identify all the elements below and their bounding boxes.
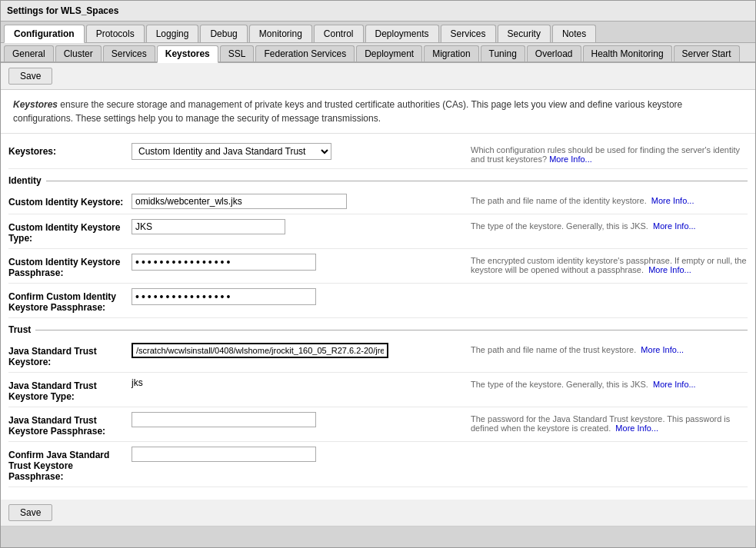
- subtab-tuning[interactable]: Tuning: [481, 45, 525, 61]
- tab-deployments[interactable]: Deployments: [365, 25, 439, 42]
- java-standard-trust-keystore-input[interactable]: [133, 344, 387, 357]
- confirm-java-standard-trust-passphrase-label: Confirm Java Standard Trust Keystore Pas…: [8, 447, 132, 482]
- confirm-custom-identity-passphrase-input-area: [132, 288, 471, 305]
- trust-section-label: Trust: [8, 324, 35, 335]
- save-button-top[interactable]: Save: [8, 68, 52, 85]
- java-standard-trust-keystore-help: The path and file name of the trust keys…: [471, 343, 748, 354]
- keystores-row: Keystores: Custom Identity and Java Stan…: [8, 138, 748, 169]
- custom-identity-keystore-input[interactable]: [132, 194, 347, 209]
- java-standard-trust-keystore-type-more-info[interactable]: More Info...: [653, 380, 696, 389]
- java-standard-trust-passphrase-label: Java Standard Trust Keystore Passphrase:: [8, 412, 132, 437]
- subtab-server-start[interactable]: Server Start: [674, 45, 740, 61]
- java-standard-trust-keystore-label: Java Standard Trust Keystore:: [8, 343, 132, 367]
- java-standard-trust-passphrase-input[interactable]: [132, 412, 316, 427]
- java-standard-trust-keystore-type-help: The type of the keystore. Generally, thi…: [471, 377, 748, 389]
- subtab-deployment[interactable]: Deployment: [356, 45, 422, 61]
- custom-identity-keystore-type-help: The type of the keystore. Generally, thi…: [471, 219, 748, 231]
- tab-configuration[interactable]: Configuration: [4, 25, 85, 43]
- tab-monitoring[interactable]: Monitoring: [249, 25, 312, 42]
- subtab-services[interactable]: Services: [103, 45, 155, 61]
- subtab-ssl[interactable]: SSL: [220, 45, 255, 61]
- description-italic: Keystores: [13, 99, 58, 110]
- identity-divider-line: [46, 181, 748, 181]
- subtab-federation-services[interactable]: Federation Services: [255, 45, 355, 61]
- trust-divider-line: [35, 330, 748, 330]
- sub-tab-bar: General Cluster Services Keystores SSL F…: [1, 43, 755, 63]
- confirm-java-standard-trust-passphrase-input[interactable]: [132, 447, 316, 462]
- form-area: Keystores: Custom Identity and Java Stan…: [1, 134, 755, 492]
- keystores-help: Which configuration rules should be used…: [471, 143, 748, 164]
- custom-identity-keystore-input-area: [132, 194, 471, 209]
- custom-identity-keystore-type-more-info[interactable]: More Info...: [653, 221, 696, 231]
- tab-protocols[interactable]: Protocols: [86, 25, 145, 42]
- confirm-java-standard-trust-passphrase-input-area: [132, 447, 471, 462]
- top-save-bar: Save: [1, 63, 755, 90]
- main-window: Settings for WLS_Spaces Configuration Pr…: [0, 0, 756, 548]
- java-standard-trust-keystore-type-value-area: jks: [132, 377, 471, 388]
- custom-identity-passphrase-help: The encrypted custom identity keystore's…: [471, 254, 748, 274]
- custom-identity-keystore-row: Custom Identity Keystore: The path and f…: [8, 189, 748, 214]
- identity-section-divider: Identity: [8, 175, 748, 186]
- custom-identity-keystore-type-row: Custom Identity Keystore Type: The type …: [8, 214, 748, 249]
- confirm-custom-identity-passphrase-input[interactable]: [132, 288, 316, 305]
- custom-identity-keystore-type-label: Custom Identity Keystore Type:: [8, 219, 132, 244]
- trust-section-divider: Trust: [8, 324, 748, 335]
- description-text: ensure the secure storage and management…: [13, 99, 682, 124]
- custom-identity-keystore-type-input-area: [132, 219, 471, 234]
- java-standard-trust-keystore-type-row: Java Standard Trust Keystore Type: jks T…: [8, 373, 748, 407]
- subtab-overload[interactable]: Overload: [527, 45, 581, 61]
- keystores-label: Keystores:: [8, 143, 132, 157]
- title-bar: Settings for WLS_Spaces: [1, 1, 755, 22]
- window-title: Settings for WLS_Spaces: [7, 5, 118, 16]
- subtab-migration[interactable]: Migration: [424, 45, 478, 61]
- subtab-health-monitoring[interactable]: Health Monitoring: [583, 45, 672, 61]
- custom-identity-passphrase-row: Custom Identity Keystore Passphrase: The…: [8, 249, 748, 284]
- identity-section-label: Identity: [8, 175, 46, 186]
- tab-security[interactable]: Security: [498, 25, 551, 42]
- keystores-select[interactable]: Custom Identity and Java Standard Trust …: [132, 143, 331, 160]
- tab-services[interactable]: Services: [441, 25, 496, 42]
- custom-identity-passphrase-input[interactable]: [132, 254, 316, 271]
- java-standard-trust-passphrase-input-area: [132, 412, 471, 427]
- custom-identity-passphrase-label: Custom Identity Keystore Passphrase:: [8, 254, 132, 278]
- custom-identity-passphrase-input-area: [132, 254, 471, 271]
- java-standard-trust-keystore-more-info[interactable]: More Info...: [641, 345, 684, 354]
- java-standard-trust-keystore-type-value: jks: [132, 377, 143, 388]
- confirm-custom-identity-passphrase-help: [471, 288, 748, 291]
- java-standard-trust-keystore-row: Java Standard Trust Keystore: The path a…: [8, 338, 748, 373]
- content-area: Save Keystores ensure the secure storage…: [1, 63, 755, 526]
- tab-logging[interactable]: Logging: [146, 25, 199, 42]
- top-tab-bar: Configuration Protocols Logging Debug Mo…: [1, 22, 755, 43]
- java-standard-trust-keystore-input-area: [132, 343, 471, 358]
- tab-notes[interactable]: Notes: [552, 25, 596, 42]
- subtab-cluster[interactable]: Cluster: [55, 45, 102, 61]
- confirm-java-standard-trust-passphrase-row: Confirm Java Standard Trust Keystore Pas…: [8, 442, 748, 487]
- custom-identity-keystore-help: The path and file name of the identity k…: [471, 194, 748, 205]
- custom-identity-keystore-more-info[interactable]: More Info...: [651, 196, 694, 205]
- java-standard-trust-keystore-type-label: Java Standard Trust Keystore Type:: [8, 377, 132, 402]
- tab-control[interactable]: Control: [314, 25, 364, 42]
- custom-identity-keystore-type-input[interactable]: [132, 219, 285, 234]
- keystores-input-area: Custom Identity and Java Standard Trust …: [132, 143, 471, 160]
- custom-identity-keystore-label: Custom Identity Keystore:: [8, 194, 132, 208]
- subtab-keystores[interactable]: Keystores: [157, 45, 218, 63]
- keystores-more-info[interactable]: More Info...: [549, 154, 592, 164]
- confirm-java-standard-trust-passphrase-help: [471, 447, 748, 449]
- custom-identity-passphrase-more-info[interactable]: More Info...: [648, 265, 691, 274]
- tab-debug[interactable]: Debug: [200, 25, 247, 42]
- subtab-general[interactable]: General: [4, 45, 54, 61]
- java-standard-trust-passphrase-row: Java Standard Trust Keystore Passphrase:…: [8, 407, 748, 442]
- description-box: Keystores ensure the secure storage and …: [1, 90, 755, 134]
- java-standard-trust-passphrase-more-info[interactable]: More Info...: [615, 423, 658, 433]
- bottom-save-bar: Save: [1, 500, 755, 526]
- confirm-custom-identity-passphrase-row: Confirm Custom Identity Keystore Passphr…: [8, 284, 748, 318]
- java-standard-trust-passphrase-help: The password for the Java Standard Trust…: [471, 412, 748, 433]
- save-button-bottom[interactable]: Save: [8, 504, 52, 521]
- confirm-custom-identity-passphrase-label: Confirm Custom Identity Keystore Passphr…: [8, 288, 132, 313]
- trust-path-box: [132, 343, 388, 358]
